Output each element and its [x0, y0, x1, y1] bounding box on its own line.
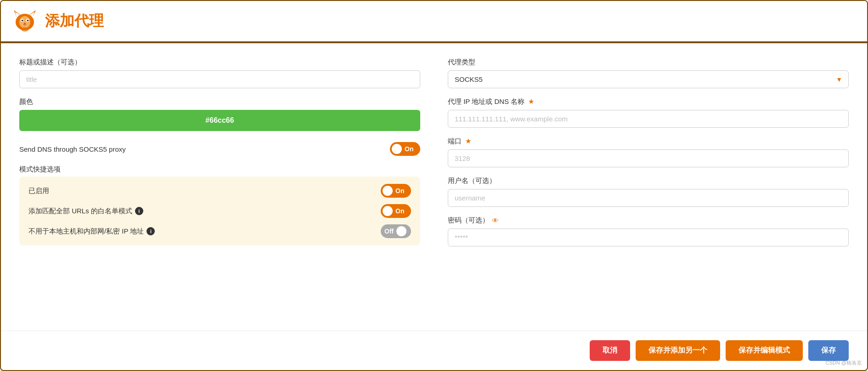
mode-section: 模式快捷选项 已启用 On 添加匹配全部 URLs 的白名单模式 [19, 165, 420, 245]
dns-toggle-row: Send DNS through SOCKS5 proxy On [19, 142, 420, 156]
password-field-group: 密码（可选） 👁 [448, 216, 849, 246]
color-label: 颜色 [19, 97, 420, 106]
svg-point-8 [22, 20, 23, 22]
dns-toggle-label: Send DNS through SOCKS5 proxy [19, 145, 126, 153]
mode-row-0-label: 已启用 [28, 187, 49, 195]
mode-toggle-1-state: On [395, 207, 404, 215]
eye-icon[interactable]: 👁 [492, 217, 499, 224]
password-label: 密码（可选） 👁 [448, 216, 849, 225]
proxy-type-label: 代理类型 [448, 58, 849, 67]
cancel-button[interactable]: 取消 [590, 340, 630, 361]
dns-toggle[interactable]: On [390, 142, 420, 156]
mode-toggle-1[interactable]: On [381, 204, 411, 218]
mode-row-2-label: 不用于本地主机和内部网/私密 IP 地址 i [28, 227, 155, 236]
proxy-type-group: 代理类型 HTTP HTTPS SOCKS4 SOCKS5 ▼ [448, 58, 849, 88]
ip-label-text: 代理 IP 地址或 DNS 名称 [448, 97, 524, 105]
mode-toggle-2-knob [396, 226, 406, 236]
mode-toggle-1-knob [383, 206, 393, 216]
color-picker-button[interactable]: #66cc66 [19, 110, 420, 131]
header: 添加代理 [1, 1, 867, 43]
right-column: 代理类型 HTTP HTTPS SOCKS4 SOCKS5 ▼ 代理 IP 地址… [448, 58, 849, 316]
username-field-group: 用户名（可选） [448, 177, 849, 207]
ip-required-star: ★ [528, 97, 534, 105]
title-input[interactable] [19, 70, 420, 88]
mode-section-label: 模式快捷选项 [19, 165, 420, 174]
ip-label: 代理 IP 地址或 DNS 名称 ★ [448, 97, 849, 106]
mode-row-2: 不用于本地主机和内部网/私密 IP 地址 i Off [28, 224, 411, 238]
title-field-group: 标题或描述（可选） [19, 58, 420, 88]
password-input[interactable] [448, 228, 849, 246]
dns-toggle-state: On [405, 145, 413, 153]
left-column: 标题或描述（可选） 颜色 #66cc66 Send DNS through SO… [19, 58, 420, 316]
info-icon-1[interactable]: i [135, 207, 143, 215]
fox-logo [12, 8, 38, 34]
port-input[interactable] [448, 149, 849, 167]
save-button[interactable]: 保存 [808, 340, 849, 361]
mode-box: 已启用 On 添加匹配全部 URLs 的白名单模式 i [19, 177, 420, 245]
proxy-type-select[interactable]: HTTP HTTPS SOCKS4 SOCKS5 [448, 70, 849, 88]
port-required-star: ★ [465, 137, 471, 145]
mode-row-1: 添加匹配全部 URLs 的白名单模式 i On [28, 204, 411, 218]
mode-toggle-2[interactable]: Off [381, 224, 411, 238]
mode-row-0: 已启用 On [28, 184, 411, 198]
main-content: 标题或描述（可选） 颜色 #66cc66 Send DNS through SO… [1, 43, 867, 331]
port-field-group: 端口 ★ [448, 137, 849, 167]
page-title: 添加代理 [45, 11, 104, 31]
info-icon-2[interactable]: i [147, 227, 155, 235]
username-input[interactable] [448, 189, 849, 207]
proxy-type-select-wrap: HTTP HTTPS SOCKS4 SOCKS5 ▼ [448, 70, 849, 88]
password-label-text: 密码（可选） [448, 216, 489, 225]
mode-toggle-0[interactable]: On [381, 184, 411, 198]
mode-row-1-label: 添加匹配全部 URLs 的白名单模式 i [28, 207, 143, 216]
username-label: 用户名（可选） [448, 177, 849, 185]
svg-point-1 [19, 16, 30, 28]
svg-point-11 [21, 27, 28, 32]
title-label: 标题或描述（可选） [19, 58, 420, 67]
ip-input[interactable] [448, 110, 849, 128]
color-field-group: 颜色 #66cc66 [19, 97, 420, 131]
save-edit-mode-button[interactable]: 保存并编辑模式 [726, 340, 803, 361]
save-add-another-button[interactable]: 保存并添加另一个 [636, 340, 720, 361]
watermark: CSDN @格洛克 [826, 360, 862, 366]
footer: 取消 保存并添加另一个 保存并编辑模式 保存 [1, 331, 867, 370]
ip-field-group: 代理 IP 地址或 DNS 名称 ★ [448, 97, 849, 128]
svg-point-9 [27, 20, 29, 22]
mode-toggle-0-state: On [395, 187, 404, 194]
mode-toggle-2-state: Off [383, 228, 394, 235]
mode-toggle-0-knob [383, 186, 393, 196]
svg-point-10 [24, 23, 26, 24]
port-label-text: 端口 [448, 137, 462, 145]
port-label: 端口 ★ [448, 137, 849, 146]
dns-toggle-knob [392, 144, 402, 154]
